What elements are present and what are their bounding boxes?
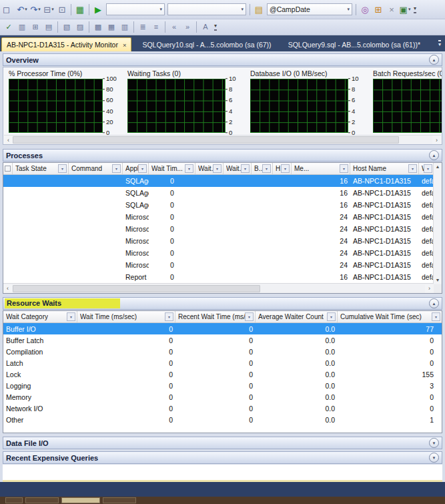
recent-expensive-queries-section-header[interactable]: Recent Expensive Queries ▼ (3, 451, 442, 464)
filter-dropdown-icon[interactable]: ▾ (58, 164, 67, 173)
filter-dropdown-icon[interactable]: ▾ (165, 312, 173, 321)
filter-dropdown-icon[interactable]: ▾ (67, 312, 75, 321)
filter-dropdown-icon[interactable]: ▾ (281, 164, 290, 173)
taskbar-button-1[interactable] (5, 497, 23, 503)
filter-dropdown-icon[interactable]: ▾ (185, 164, 193, 173)
filter-dropdown-icon[interactable]: ▾ (112, 164, 121, 173)
scroll-right-icon[interactable]: › (432, 136, 441, 144)
analyze-query-icon[interactable]: ▨ (73, 21, 87, 33)
overview-horizontal-scrollbar[interactable]: ‹ › (4, 135, 441, 144)
taskbar-button-3[interactable] (61, 497, 100, 503)
properties-window-icon[interactable]: ⊞ (372, 3, 385, 17)
data-file-io-section-header[interactable]: Data File I/O ▼ (3, 437, 442, 449)
chevron-down-icon[interactable]: ▾ (239, 7, 244, 12)
processes-column-header-wait[interactable]: Wait...▾ (224, 163, 252, 174)
filter-dropdown-icon[interactable]: ▾ (340, 164, 348, 173)
tab-sqlquery9[interactable]: SQLQuery9.sql - AB...5.colombo (sa (61))… (282, 38, 426, 51)
estimated-plan-icon[interactable]: ▧ (60, 21, 73, 33)
chevron-down-icon[interactable]: ▾ (51, 7, 54, 12)
secondary-combo[interactable]: ▾ (167, 3, 246, 15)
filter-dropdown-icon[interactable]: ▾ (241, 164, 250, 173)
specify-values-icon[interactable]: ▥ (15, 21, 29, 33)
navigate-backward-icon[interactable]: ⊟▾ (42, 3, 55, 17)
processes-collapse-button[interactable]: ▲ (429, 150, 439, 160)
image-grid-icon[interactable]: ▦ (73, 3, 87, 17)
resource-waits-column-header-cumulative-wait-time-sec[interactable]: Cumulative Wait Time (sec)▾ (338, 311, 442, 322)
processes-vertical-scrollbar[interactable]: ▲ ▼ (433, 163, 442, 284)
data-file-io-expand-button[interactable]: ▼ (429, 438, 439, 448)
uncomment-icon[interactable]: ≡ (149, 21, 163, 33)
scroll-down-icon[interactable]: ▼ (434, 276, 442, 284)
process-row[interactable]: Microsoft...024AB-NPC1-D1A315defa (3, 223, 434, 235)
filter-dropdown-icon[interactable]: ▾ (138, 164, 147, 173)
resource-waits-collapse-button[interactable]: ▲ (429, 298, 439, 308)
chevron-down-icon[interactable]: ▾ (157, 7, 162, 12)
filter-dropdown-icon[interactable]: ▾ (432, 312, 440, 321)
resource-waits-section-header[interactable]: Resource Waits ▲ (3, 297, 442, 310)
resource-wait-row[interactable]: Lock000.0155 (3, 368, 442, 380)
execute-icon[interactable]: ▶ (91, 3, 105, 17)
close-icon[interactable]: × (123, 41, 127, 49)
process-row[interactable]: Microsoft...024AB-NPC1-D1A315defa (3, 211, 434, 223)
resource-wait-row[interactable]: Logging000.03 (3, 380, 442, 391)
select-all-box[interactable] (5, 166, 11, 172)
chevron-down-icon[interactable]: ▾ (345, 7, 350, 12)
available-databases-combo[interactable]: ▾ (106, 3, 165, 15)
scroll-left-icon[interactable]: ‹ (3, 284, 12, 293)
process-row[interactable]: SQLAge...016AB-NPC1-D1A315defa (3, 175, 434, 187)
process-row[interactable]: Microsoft...024AB-NPC1-D1A315defa (3, 235, 434, 247)
overview-collapse-button[interactable]: ▲ (429, 55, 439, 65)
filter-dropdown-icon[interactable]: ▾ (408, 164, 417, 173)
scroll-thumb[interactable] (13, 136, 399, 144)
scroll-track[interactable] (13, 136, 432, 144)
processes-column-header-command[interactable]: Command▾ (69, 163, 123, 174)
resource-wait-row[interactable]: Compilation000.00 (3, 346, 442, 357)
find-icon[interactable]: ◎ (358, 3, 372, 17)
scroll-up-icon[interactable]: ▲ (434, 163, 442, 170)
filter-dropdown-icon[interactable]: ▾ (327, 312, 336, 321)
chevron-down-icon[interactable]: ▾ (25, 7, 27, 12)
scroll-left-icon[interactable]: ‹ (4, 136, 13, 144)
results-text-icon[interactable]: ▩ (91, 21, 105, 33)
resource-wait-row[interactable]: Network I/O000.00 (3, 403, 442, 414)
taskbar-button-2[interactable] (25, 497, 59, 503)
redo-icon[interactable]: ↷▾ (29, 3, 42, 17)
processes-column-header-task-state[interactable]: Task State▾ (13, 163, 69, 174)
toolbar1-overflow-icon[interactable]: ▾ (414, 6, 416, 13)
processes-column-header-wait-tim[interactable]: Wait Tim...▾ (149, 163, 195, 174)
process-row[interactable]: Report S...016AB-NPC1-D1A315defa (3, 271, 434, 283)
chevron-down-icon[interactable]: ▾ (38, 7, 41, 12)
undo-icon[interactable]: ↶▾ (15, 3, 29, 17)
filter-dropdown-icon[interactable]: ▾ (213, 164, 221, 173)
toolbar2-overflow-icon[interactable]: ▾ (214, 23, 217, 31)
tab-activity-monitor[interactable]: AB-NPC1-D1A315 - Activity Monitor× (1, 37, 131, 51)
processes-column-header-host-name[interactable]: Host Name▾ (350, 163, 419, 174)
resource-wait-row[interactable]: Memory000.00 (3, 391, 442, 403)
browser-icon[interactable]: ▣▾ (398, 3, 412, 17)
filter-dropdown-icon[interactable]: ▾ (424, 164, 432, 173)
scroll-track[interactable] (12, 284, 425, 293)
save-results-icon[interactable]: ▤ (42, 21, 55, 33)
chevron-down-icon[interactable]: ▾ (408, 7, 411, 12)
template-folder-icon[interactable]: ▤ (252, 3, 266, 17)
process-row[interactable]: Microsoft...024AB-NPC1-D1A315defa (3, 259, 434, 271)
resource-wait-row[interactable]: Other000.01 (3, 414, 442, 425)
resource-waits-column-header-wait-category[interactable]: Wait Category▾ (3, 311, 77, 322)
recent-expensive-queries-expand-button[interactable]: ▼ (429, 453, 439, 463)
overview-section-header[interactable]: Overview ▲ (3, 53, 442, 66)
process-row[interactable]: SQLAge...016AB-NPC1-D1A315defa (3, 187, 434, 199)
processes-section-header[interactable]: Processes ▲ (3, 149, 442, 162)
parse-icon[interactable]: ✓ (2, 21, 15, 33)
filter-dropdown-icon[interactable]: ▾ (262, 164, 271, 173)
resource-waits-column-header-wait-time-ms-sec[interactable]: Wait Time (ms/sec)▾ (77, 311, 175, 322)
increase-indent-icon[interactable]: » (181, 21, 194, 33)
results-file-icon[interactable]: ▥ (118, 21, 131, 33)
resource-waits-column-header-recent-wait-time-ms-sec[interactable]: Recent Wait Time (ms/sec)▾ (175, 311, 256, 322)
processes-column-header-selector[interactable] (3, 163, 13, 174)
processes-column-header-appl[interactable]: Appl...▾ (123, 163, 149, 174)
processes-column-header-b[interactable]: B...▾ (252, 163, 273, 174)
active-files-dropdown-icon[interactable]: ▾ (438, 40, 441, 47)
comment-icon[interactable]: ≣ (136, 21, 149, 33)
taskbar-button-4[interactable] (103, 497, 136, 503)
process-row[interactable]: SQLAge...016AB-NPC1-D1A315defa (3, 199, 434, 211)
